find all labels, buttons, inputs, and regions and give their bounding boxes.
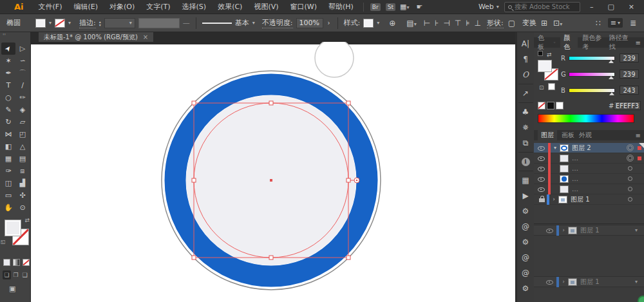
screen-mode-button[interactable]: ▣ xyxy=(9,285,15,293)
panel-dock-toggle[interactable]: ≡▾ xyxy=(608,18,623,28)
chevron-down-icon[interactable]: ▾ xyxy=(551,145,560,151)
channel-r-value[interactable]: 239 xyxy=(620,53,639,62)
chevron-down-icon[interactable]: ▾ xyxy=(49,20,52,26)
hex-field[interactable]: EFEFF3 xyxy=(614,101,641,110)
layer-thumbnail[interactable] xyxy=(560,165,569,173)
app-logo[interactable]: Ai xyxy=(14,2,24,12)
brush-definition-label[interactable]: 基本 xyxy=(235,18,249,28)
document-setup-globe-icon[interactable]: ⊕ xyxy=(388,19,397,28)
chevron-down-icon[interactable]: ▾ xyxy=(68,20,71,26)
shape-widget-icon[interactable]: ▢ xyxy=(507,19,516,28)
eyedropper-tool[interactable]: ✑ xyxy=(1,165,15,177)
symbols-panel-icon[interactable]: ♣ xyxy=(518,104,533,120)
target-circle-icon[interactable] xyxy=(628,166,632,171)
target-circle-icon[interactable] xyxy=(628,146,632,150)
layer-name[interactable]: 图层 1 xyxy=(571,195,590,204)
layer-thumbnail[interactable] xyxy=(560,185,569,193)
layer-row-path-3[interactable]: … xyxy=(534,174,644,184)
layer-row-path-1[interactable]: … xyxy=(534,153,644,164)
restore-button[interactable]: ▢ xyxy=(603,3,618,11)
fill-color-well[interactable] xyxy=(5,220,21,236)
transform-panel-icon[interactable]: ▦ xyxy=(518,173,533,188)
minimize-button[interactable]: – xyxy=(585,3,598,11)
visibility-eye-icon[interactable] xyxy=(537,145,546,151)
selected-indicator[interactable] xyxy=(638,156,641,160)
menu-window[interactable]: 窗口(W) xyxy=(285,2,323,12)
symbol-sprayer-tool[interactable]: ⧈ xyxy=(15,165,30,177)
visibility-eye-icon[interactable] xyxy=(545,279,554,285)
shape-builder-tool[interactable]: ◧ xyxy=(1,140,15,153)
layer-name[interactable]: … xyxy=(572,185,578,193)
select-similar-icon[interactable]: ⊡▾ xyxy=(552,19,564,28)
target-circle-icon[interactable] xyxy=(628,187,632,191)
tab-artboards[interactable]: 画板 xyxy=(562,131,574,140)
line-segment-tool[interactable]: / xyxy=(15,79,30,91)
stroke-weight-label[interactable]: 描边: xyxy=(79,18,96,28)
layer-name[interactable]: 图层 1 xyxy=(580,278,600,287)
width-tool[interactable]: ⋈ xyxy=(1,128,15,140)
artboards-panel-icon[interactable]: ⧉ xyxy=(518,135,533,151)
lock-icon[interactable] xyxy=(539,198,545,202)
layer-row-layer-2[interactable]: ▾ 图层 2 xyxy=(534,143,644,153)
actions-panel-icon[interactable]: ▶ xyxy=(518,188,533,203)
align-v-top-button[interactable]: ⊤ xyxy=(455,19,461,28)
channel-b-value[interactable]: 243 xyxy=(620,86,639,95)
fill-swatch[interactable] xyxy=(35,19,46,28)
channel-g-slider-thumb[interactable] xyxy=(609,76,614,79)
target-circle-icon[interactable] xyxy=(628,197,632,202)
visibility-eye-icon[interactable] xyxy=(545,227,554,234)
lasso-tool[interactable]: ∽ xyxy=(15,55,30,67)
chevron-right-icon[interactable]: › xyxy=(549,196,558,202)
white-mini-swatch[interactable] xyxy=(548,83,555,90)
swap-fill-stroke-icon[interactable]: ⇄ xyxy=(24,217,30,223)
bridge-button[interactable]: Br xyxy=(370,3,381,11)
expand-icon[interactable]: › xyxy=(327,19,332,26)
menu-type[interactable]: 文字(T) xyxy=(140,2,176,12)
brushes-panel-icon[interactable]: ✵ xyxy=(518,120,533,135)
direct-selection-tool[interactable]: ▷ xyxy=(15,42,30,55)
scale-tool[interactable]: ▱ xyxy=(15,116,30,128)
menu-select[interactable]: 选择(S) xyxy=(176,2,213,12)
ellipse-tool[interactable]: ○ xyxy=(1,91,15,104)
stock-search[interactable] xyxy=(504,2,580,12)
settings-panel-icon[interactable]: ⚙ xyxy=(518,203,533,219)
info-panel-icon[interactable]: i xyxy=(518,154,533,169)
artboard-tool[interactable]: ▭ xyxy=(1,189,15,202)
channel-g-value[interactable]: 239 xyxy=(620,70,639,79)
free-transform-tool[interactable]: ◰ xyxy=(15,128,30,140)
opentype-panel-icon[interactable]: O xyxy=(518,67,533,82)
chevron-right-icon[interactable]: › xyxy=(559,279,568,285)
menu-object[interactable]: 对象(O) xyxy=(104,2,140,12)
shaper-tool[interactable]: ✎ xyxy=(1,104,15,116)
opacity-field[interactable]: 100% xyxy=(296,18,323,28)
selection-handle[interactable] xyxy=(346,256,350,260)
rotate-tool[interactable]: ↻ xyxy=(1,116,15,128)
layer-thumbnail[interactable] xyxy=(560,175,569,183)
transform-label[interactable]: 变换 xyxy=(522,18,536,28)
dock-grip[interactable]: '' xyxy=(3,33,6,39)
canvas[interactable] xyxy=(31,42,515,302)
style-swatch[interactable] xyxy=(363,19,374,28)
artboard[interactable] xyxy=(31,42,515,302)
target-circle-icon[interactable] xyxy=(628,176,632,181)
tab-color-guide[interactable]: 颜色参考 xyxy=(582,33,604,52)
cc-market-panel-icon[interactable]: @ xyxy=(518,265,533,281)
stepper-down-icon[interactable]: ▾ xyxy=(99,23,101,26)
chevron-down-icon[interactable]: ▾ xyxy=(252,20,255,26)
white-swatch[interactable] xyxy=(556,102,564,109)
arrange-documents-icon[interactable]: ▦▾ xyxy=(400,3,409,11)
hand-tool[interactable]: ✋ xyxy=(1,202,15,214)
collapsed-panel-row-2[interactable]: › 图层 1 ▾ xyxy=(534,276,644,287)
layer-thumbnail[interactable] xyxy=(568,227,577,234)
tab-color[interactable]: 颜色 xyxy=(560,33,578,52)
type-tool[interactable]: T xyxy=(1,79,15,91)
draw-inside-button[interactable]: ❑ xyxy=(21,270,29,279)
layer-thumbnail[interactable] xyxy=(560,155,569,162)
visibility-eye-icon[interactable] xyxy=(537,155,546,162)
last-color-chip[interactable] xyxy=(538,51,543,56)
layer-name[interactable]: … xyxy=(572,165,578,172)
chevron-down-icon[interactable]: ▾ xyxy=(635,279,638,285)
paragraph-panel-icon[interactable]: ¶ xyxy=(518,52,533,67)
selection-handle[interactable] xyxy=(192,101,196,105)
align-v-center-button[interactable]: ⊧ xyxy=(466,19,469,28)
